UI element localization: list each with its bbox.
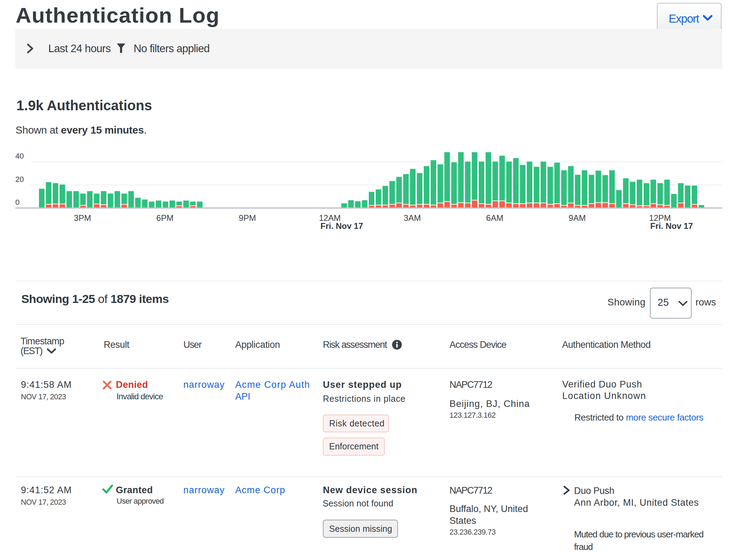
svg-text:40: 40 <box>15 152 24 160</box>
svg-text:9AM: 9AM <box>568 213 586 223</box>
svg-text:Fri. Nov 17: Fri. Nov 17 <box>320 221 363 231</box>
svg-text:0: 0 <box>15 198 19 207</box>
svg-text:3PM: 3PM <box>74 213 91 223</box>
svg-text:6AM: 6AM <box>486 213 503 223</box>
svg-text:20: 20 <box>15 175 24 184</box>
svg-text:3AM: 3AM <box>404 213 421 223</box>
svg-text:Fri. Nov 17: Fri. Nov 17 <box>650 221 693 231</box>
svg-text:9PM: 9PM <box>239 213 256 223</box>
svg-text:6PM: 6PM <box>156 213 173 223</box>
